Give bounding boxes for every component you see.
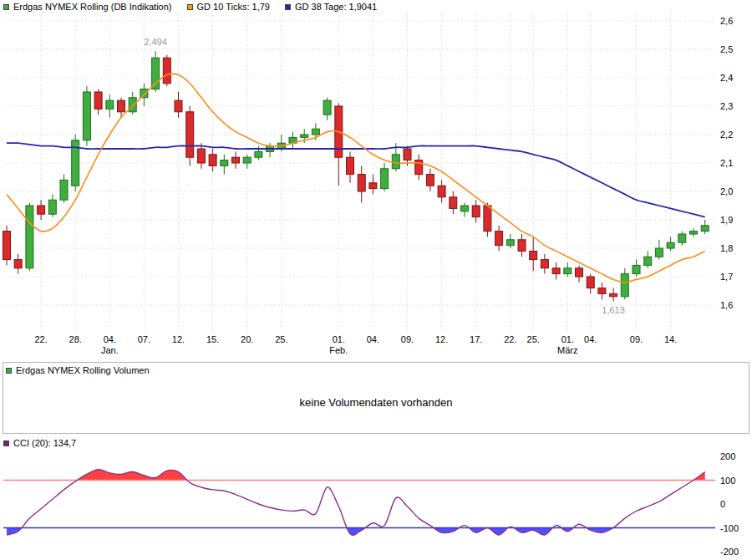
cci-indicator-chart: 2001000-100-200	[0, 450, 752, 560]
svg-text:1,6: 1,6	[720, 300, 733, 310]
volume-swatch-icon	[6, 368, 12, 374]
svg-text:2,6: 2,6	[720, 16, 733, 26]
svg-text:2,5: 2,5	[720, 44, 733, 54]
svg-text:2,4: 2,4	[720, 73, 733, 83]
volume-panel: Erdgas NYMEX Rolling Volumen keine Volum…	[3, 362, 749, 434]
cci-swatch-icon	[3, 440, 9, 446]
legend-item-gd10: GD 10 Ticks: 1,79	[187, 2, 270, 12]
svg-text:März: März	[557, 345, 577, 355]
svg-text:-100: -100	[720, 523, 739, 533]
svg-text:01.: 01.	[561, 334, 574, 344]
svg-text:2,494: 2,494	[144, 37, 167, 47]
svg-text:1,7: 1,7	[720, 272, 733, 282]
legend-item-cci: CCI (20): 134,7	[3, 438, 76, 448]
svg-text:04.: 04.	[584, 334, 597, 344]
svg-text:2,3: 2,3	[720, 101, 733, 111]
volume-legend: Erdgas NYMEX Rolling Volumen	[6, 365, 150, 375]
svg-text:12.: 12.	[435, 334, 448, 344]
svg-text:-200: -200	[720, 547, 739, 557]
svg-text:20.: 20.	[241, 334, 253, 344]
svg-text:1,613: 1,613	[602, 305, 625, 315]
svg-text:22.: 22.	[34, 334, 47, 344]
svg-text:04.: 04.	[104, 334, 116, 344]
legend-item-gd38: GD 38 Tage: 1,9041	[285, 2, 377, 12]
svg-text:09.: 09.	[630, 334, 643, 344]
chart-application-window: Erdgas NYMEX Rolling (DB Indikation) GD …	[0, 0, 752, 560]
svg-text:200: 200	[720, 451, 735, 461]
gd38-label: GD 38 Tage: 1,9041	[295, 2, 377, 12]
svg-text:0: 0	[720, 499, 725, 509]
svg-text:09.: 09.	[401, 334, 414, 344]
price-series-label: Erdgas NYMEX Rolling (DB Indikation)	[13, 2, 172, 12]
svg-text:01.: 01.	[333, 334, 345, 344]
main-chart-legend: Erdgas NYMEX Rolling (DB Indikation) GD …	[3, 2, 377, 12]
no-volume-data-message: keine Volumendaten vorhanden	[3, 396, 749, 409]
svg-text:2,0: 2,0	[720, 186, 733, 196]
svg-text:Feb.: Feb.	[329, 345, 348, 355]
svg-text:25.: 25.	[527, 334, 540, 344]
svg-text:1,9: 1,9	[720, 215, 733, 225]
gd10-label: GD 10 Ticks: 1,79	[197, 2, 270, 12]
svg-text:Jan.: Jan.	[101, 345, 119, 355]
cci-legend: CCI (20): 134,7	[3, 438, 76, 448]
legend-item-volume: Erdgas NYMEX Rolling Volumen	[6, 365, 150, 375]
volume-label: Erdgas NYMEX Rolling Volumen	[16, 365, 150, 375]
svg-text:1,8: 1,8	[720, 243, 733, 253]
cci-label: CCI (20): 134,7	[13, 438, 76, 448]
legend-item-price-series: Erdgas NYMEX Rolling (DB Indikation)	[3, 2, 172, 12]
price-series-swatch-icon	[3, 4, 9, 10]
candlestick-chart: 2,62,52,42,32,22,12,01,91,81,71,622.28.0…	[0, 0, 752, 359]
gd38-swatch-icon	[285, 4, 291, 10]
svg-text:12.: 12.	[172, 334, 185, 344]
svg-text:2,1: 2,1	[720, 158, 733, 168]
gd10-swatch-icon	[187, 4, 193, 10]
svg-text:07.: 07.	[138, 334, 150, 344]
svg-text:17.: 17.	[470, 334, 482, 344]
svg-text:25.: 25.	[275, 334, 287, 344]
svg-text:22.: 22.	[504, 334, 516, 344]
svg-text:100: 100	[720, 476, 735, 486]
svg-text:04.: 04.	[367, 334, 379, 344]
svg-text:15.: 15.	[206, 334, 219, 344]
svg-text:14.: 14.	[664, 334, 677, 344]
svg-text:2,2: 2,2	[720, 130, 733, 140]
svg-text:28.: 28.	[69, 334, 82, 344]
